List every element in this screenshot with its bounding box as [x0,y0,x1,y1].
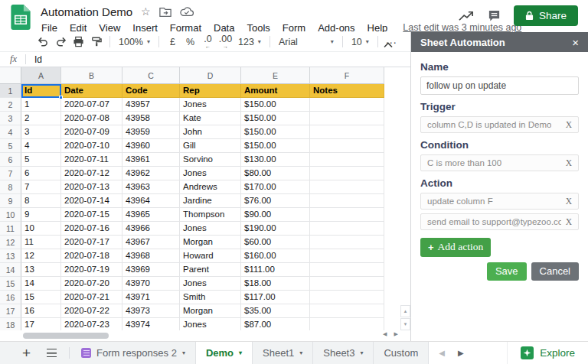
remove-trigger-chip-icon[interactable]: X [561,120,572,129]
data-cell[interactable]: $130.00 [241,153,310,167]
data-cell[interactable]: Gill [180,139,241,153]
data-cell[interactable]: $150.00 [241,98,310,112]
data-cell[interactable]: 12 [21,249,61,263]
row-number-2[interactable]: 2 [0,98,21,112]
data-cell[interactable]: $160.00 [241,249,310,263]
data-cell[interactable]: $18.00 [241,277,310,291]
data-cell[interactable]: 2020-07-19 [61,263,122,277]
data-cell[interactable]: Jones [180,222,241,236]
data-cell[interactable]: 6 [21,167,61,180]
data-cell[interactable]: 43974 [122,318,180,330]
data-cell[interactable] [310,153,384,167]
data-cell[interactable] [310,318,384,330]
vertical-scrollbar[interactable]: ▲ ▼ [400,84,410,330]
save-button[interactable]: Save [487,262,527,281]
number-format-menu[interactable]: 123 ▾ [234,37,265,47]
tab-demo[interactable]: Demo▾ [196,342,253,364]
data-cell[interactable]: 43973 [122,304,180,318]
paint-format-icon[interactable] [87,34,105,50]
data-cell[interactable]: Morgan [180,304,241,318]
data-cell[interactable]: 43957 [122,98,180,112]
scroll-up-icon[interactable]: ▲ [400,305,410,317]
data-cell[interactable]: 43969 [122,263,180,277]
data-cell[interactable]: 15 [21,291,61,304]
chevron-down-icon[interactable]: ▾ [239,349,242,356]
data-cell[interactable]: Howard [180,249,241,263]
tab-sheet1[interactable]: Sheet1▾ [253,342,313,364]
data-cell[interactable] [310,263,384,277]
data-cell[interactable]: Jones [180,98,241,112]
remove-action-chip-icon[interactable]: X [561,197,572,206]
scroll-left-icon[interactable]: ◀ [383,331,387,337]
data-cell[interactable] [310,112,384,125]
data-cell[interactable]: 2020-07-12 [61,167,122,180]
print-icon[interactable] [70,34,87,50]
row-number-4[interactable]: 4 [0,125,21,139]
data-cell[interactable] [310,208,384,222]
tab-scroll-left-icon[interactable]: ◀ [439,349,445,357]
data-cell[interactable] [310,139,384,153]
data-cell[interactable] [310,222,384,236]
data-cell[interactable]: 14 [21,277,61,291]
data-cell[interactable]: 3 [21,125,61,139]
cancel-button[interactable]: Cancel [531,262,579,281]
font-select[interactable]: Arial ▾ [275,37,338,47]
data-cell[interactable]: $35.00 [241,304,310,318]
row-number-11[interactable]: 11 [0,222,21,236]
data-cell[interactable]: 43965 [122,208,180,222]
move-to-folder-icon[interactable] [159,7,172,17]
undo-icon[interactable] [34,34,52,50]
data-cell[interactable] [310,277,384,291]
all-sheets-icon[interactable] [47,349,57,357]
data-cell[interactable]: Kate [180,112,241,125]
header-cell[interactable]: Date [61,84,122,98]
data-cell[interactable]: Jones [180,167,241,180]
data-cell[interactable]: $170.00 [241,180,310,194]
header-cell[interactable]: Code [122,84,180,98]
row-number-7[interactable]: 7 [0,167,21,180]
chevron-down-icon[interactable]: ▾ [182,349,185,356]
data-cell[interactable] [310,249,384,263]
data-cell[interactable]: Jones [180,277,241,291]
data-cell[interactable]: 2020-07-17 [61,236,122,249]
data-cell[interactable]: 11 [21,236,61,249]
data-cell[interactable]: Smith [180,291,241,304]
horizontal-scrollbar-thumb[interactable] [23,333,109,339]
tab-scroll-right-icon[interactable]: ▶ [458,349,464,357]
data-cell[interactable]: 43959 [122,125,180,139]
data-cell[interactable]: 2020-07-10 [61,139,122,153]
row-number-6[interactable]: 6 [0,153,21,167]
data-cell[interactable]: Thompson [180,208,241,222]
tab-sheet3[interactable]: Sheet3▾ [313,342,374,364]
data-cell[interactable]: Morgan [180,236,241,249]
data-cell[interactable]: 5 [21,153,61,167]
share-button[interactable]: Share [514,5,578,26]
remove-condition-chip-icon[interactable]: X [561,158,572,167]
data-cell[interactable]: 43962 [122,167,180,180]
row-number-14[interactable]: 14 [0,263,21,277]
data-cell[interactable]: Jardine [180,194,241,208]
comment-icon[interactable] [488,9,501,22]
data-cell[interactable]: $60.00 [241,236,310,249]
row-number-5[interactable]: 5 [0,139,21,153]
font-size-select[interactable]: 10 ▾ [348,37,373,47]
column-header-e[interactable]: E [241,67,310,84]
data-cell[interactable] [310,98,384,112]
data-cell[interactable]: $76.00 [241,194,310,208]
data-cell[interactable]: 2020-07-15 [61,208,122,222]
data-cell[interactable]: 16 [21,304,61,318]
data-cell[interactable]: $150.00 [241,112,310,125]
data-cell[interactable]: 2020-07-14 [61,194,122,208]
chevron-down-icon[interactable]: ▾ [360,349,363,356]
data-cell[interactable]: 43958 [122,112,180,125]
data-cell[interactable]: 2020-07-23 [61,318,122,330]
data-cell[interactable]: 2020-07-07 [61,98,122,112]
data-cell[interactable]: 10 [21,222,61,236]
data-cell[interactable]: 43970 [122,277,180,291]
data-cell[interactable]: 43961 [122,153,180,167]
tab-custom[interactable]: Custom [374,342,429,364]
row-number-1[interactable]: 1 [0,84,21,98]
data-cell[interactable]: $150.00 [241,125,310,139]
document-title[interactable]: Automation Demo [41,5,132,18]
data-cell[interactable]: 4 [21,139,61,153]
